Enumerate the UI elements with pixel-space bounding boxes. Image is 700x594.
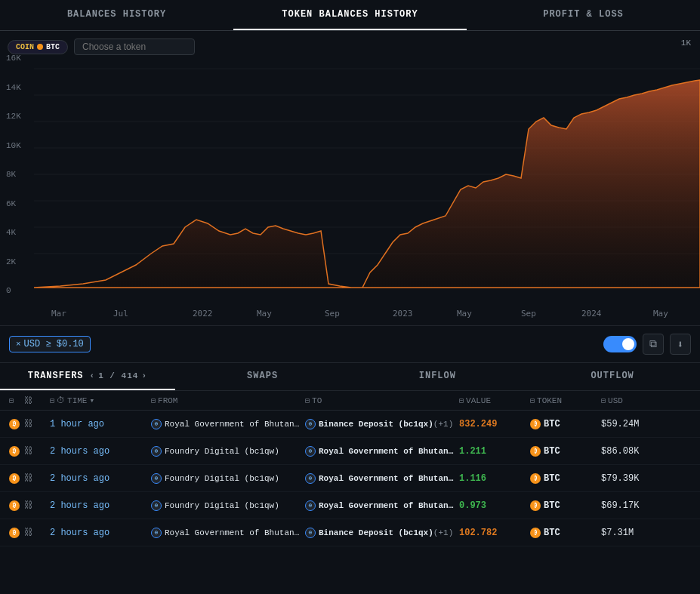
from-entity-name-3: Foundry Digital (bc1qw) — [165, 501, 279, 510]
col-from[interactable]: ⊟ FROM — [151, 396, 302, 405]
svg-text:2023: 2023 — [393, 309, 413, 319]
btc-circle-4: ₿ — [9, 528, 20, 538]
row-usd-3: $69.17K — [601, 500, 661, 511]
token-chain-icon-3: ₿ — [530, 500, 541, 511]
token-chain-icon-1: ₿ — [530, 446, 541, 457]
to-entity-name-3: Royal Government of Bhutan (Druk — [319, 501, 456, 510]
table-body: ₿ ⛓ 1 hour ago ⊕ Royal Government of Bhu… — [0, 411, 700, 546]
to-entity-name-1: Royal Government of Bhutan (Druk — [319, 447, 456, 456]
token-search-input[interactable] — [74, 38, 195, 55]
usd-col-label: USD — [608, 396, 623, 405]
from-entity-icon-4: ⊕ — [151, 528, 162, 538]
to-entity-name-0: Binance Deposit (bc1qx)(+1) — [319, 420, 453, 429]
copy-button[interactable]: ⧉ — [643, 334, 664, 355]
table-row[interactable]: ₿ ⛓ 1 hour ago ⊕ Royal Government of Bhu… — [0, 411, 700, 438]
token-name-4: BTC — [544, 528, 560, 538]
sub-tab-outflow[interactable]: OUTFLOW — [525, 363, 700, 390]
col-check: ⊟ — [9, 396, 21, 405]
row-from-1: ⊕ Foundry Digital (bc1qw) — [151, 446, 302, 457]
tab-token-balances-history[interactable]: TOKEN BALANCES HISTORY — [233, 0, 467, 30]
to-entity-icon-3: ⊕ — [305, 500, 316, 511]
btc-circle-3: ₿ — [9, 500, 20, 511]
svg-text:May: May — [257, 309, 272, 319]
chart-controls: COIN BTC — [8, 38, 195, 55]
table-row[interactable]: ₿ ⛓ 2 hours ago ⊕ Foundry Digital (bc1qw… — [0, 492, 700, 519]
next-page-arrow[interactable]: › — [141, 371, 147, 380]
col-to[interactable]: ⊟ TO — [305, 396, 456, 405]
row-link-4[interactable]: ⛓ — [24, 527, 47, 538]
token-name-2: BTC — [544, 473, 560, 484]
sub-tab-inflow[interactable]: INFLOW — [350, 363, 526, 390]
sub-tab-bar: TRANSFERS ‹ 1 / 414 › SWAPS INFLOW OUTFL… — [0, 363, 700, 391]
svg-text:Sep: Sep — [521, 309, 536, 319]
row-link-2[interactable]: ⛓ — [24, 472, 47, 484]
row-link-1[interactable]: ⛓ — [24, 445, 47, 457]
time-sort-icon: ▾ — [89, 395, 94, 405]
toggle-switch[interactable] — [603, 336, 637, 352]
value-filter-icon: ⊟ — [459, 396, 464, 405]
row-value-3: 0.973 — [459, 500, 527, 511]
col-time[interactable]: ⊟ ⏱ TIME ▾ — [50, 395, 148, 405]
filter-bar: × USD ≥ $0.10 ⧉ ⬇ — [0, 325, 700, 363]
row-link-0[interactable]: ⛓ — [24, 418, 47, 429]
coin-btc-toggle[interactable]: COIN BTC — [8, 40, 68, 54]
row-token-0: ₿ BTC — [530, 419, 598, 429]
btc-dot — [37, 44, 43, 50]
row-from-0: ⊕ Royal Government of Bhutan (Druk — [151, 419, 302, 429]
from-entity-icon-2: ⊕ — [151, 473, 162, 484]
sub-tab-swaps[interactable]: SWAPS — [175, 363, 350, 390]
table-row[interactable]: ₿ ⛓ 2 hours ago ⊕ Foundry Digital (bc1qw… — [0, 465, 700, 492]
svg-text:Sep: Sep — [325, 309, 340, 319]
row-to-3: ⊕ Royal Government of Bhutan (Druk — [305, 500, 456, 511]
table-header: ⊟ ⛓ ⊟ ⏱ TIME ▾ ⊟ FROM ⊟ TO ⊟ VALUE ⊟ TOK… — [0, 391, 700, 411]
row-to-2: ⊕ Royal Government of Bhutan (Druk — [305, 473, 456, 484]
col-value[interactable]: ⊟ VALUE — [459, 396, 527, 405]
row-to-0: ⊕ Binance Deposit (bc1qx)(+1) — [305, 419, 456, 429]
coin-label: COIN — [16, 43, 34, 51]
row-token-1: ₿ BTC — [530, 446, 598, 457]
download-button[interactable]: ⬇ — [670, 334, 691, 355]
row-usd-2: $79.39K — [601, 473, 661, 484]
table-row[interactable]: ₿ ⛓ 2 hours ago ⊕ Royal Government of Bh… — [0, 519, 700, 546]
filter-close-icon[interactable]: × — [16, 340, 21, 349]
pagination-controls: ‹ 1 / 414 › — [90, 371, 147, 380]
row-time-3: 2 hours ago — [50, 500, 148, 511]
token-name-0: BTC — [544, 419, 560, 429]
row-link-3[interactable]: ⛓ — [24, 500, 47, 511]
col-link: ⛓ — [24, 395, 47, 405]
usd-filter-badge[interactable]: × USD ≥ $0.10 — [9, 336, 91, 352]
btc-circle-1: ₿ — [9, 446, 20, 457]
filter-funnel-icon: ⊟ — [9, 396, 14, 405]
token-name-1: BTC — [544, 446, 560, 457]
sub-tab-transfers[interactable]: TRANSFERS ‹ 1 / 414 › — [0, 363, 175, 390]
row-value-2: 1.116 — [459, 473, 527, 484]
to-entity-icon-4: ⊕ — [305, 528, 316, 538]
btc-label: BTC — [46, 43, 60, 51]
col-token[interactable]: ⊟ TOKEN — [530, 396, 598, 405]
to-entity-name-4: Binance Deposit (bc1qx)(+1) — [319, 528, 453, 537]
tab-balances-history[interactable]: BALANCES HISTORY — [0, 0, 233, 30]
row-value-0: 832.249 — [459, 419, 527, 429]
svg-text:May: May — [457, 309, 472, 319]
row-time-1: 2 hours ago — [50, 446, 148, 457]
row-time-4: 2 hours ago — [50, 528, 148, 538]
time-filter-icon: ⊟ — [50, 396, 54, 405]
row-btc-icon-3: ₿ — [9, 500, 21, 511]
to-filter-icon: ⊟ — [305, 396, 310, 405]
to-entity-icon-0: ⊕ — [305, 419, 316, 429]
to-entity-icon-2: ⊕ — [305, 473, 316, 484]
col-usd[interactable]: ⊟ USD — [601, 396, 661, 405]
row-usd-0: $59.24M — [601, 419, 661, 429]
from-entity-icon-1: ⊕ — [151, 446, 162, 457]
to-col-label: TO — [312, 396, 322, 405]
tab-profit-loss[interactable]: PROFIT & LOSS — [467, 0, 700, 30]
prev-page-arrow[interactable]: ‹ — [90, 371, 96, 380]
from-entity-icon-3: ⊕ — [151, 500, 162, 511]
token-filter-icon: ⊟ — [530, 396, 535, 405]
table-row[interactable]: ₿ ⛓ 2 hours ago ⊕ Foundry Digital (bc1qw… — [0, 438, 700, 465]
token-chain-icon-4: ₿ — [530, 528, 541, 538]
row-value-4: 102.782 — [459, 528, 527, 538]
main-tab-bar: BALANCES HISTORY TOKEN BALANCES HISTORY … — [0, 0, 700, 31]
svg-text:2022: 2022 — [193, 309, 213, 319]
from-entity-name-1: Foundry Digital (bc1qw) — [165, 447, 279, 456]
